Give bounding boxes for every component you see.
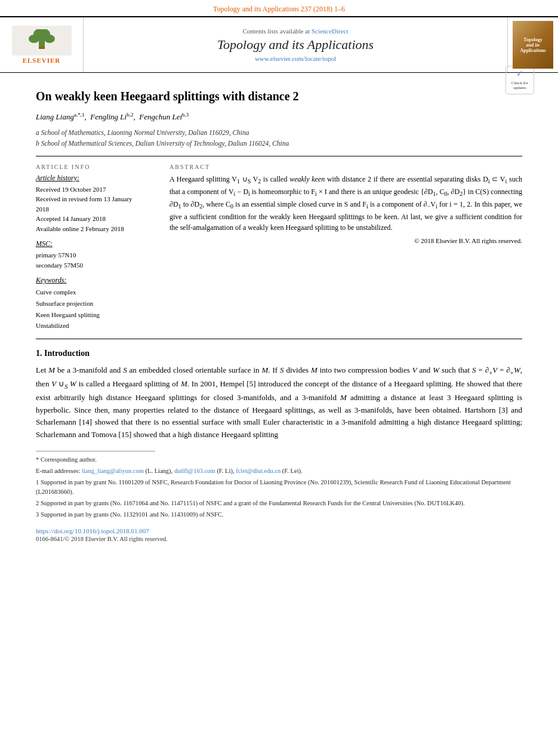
author-2-name: Fengling Li	[90, 112, 127, 121]
email-label: E-mail addresses:	[36, 468, 80, 474]
footnotes-block: * Corresponding author. E-mail addresses…	[36, 455, 522, 520]
article-info-col: ARTICLE INFO Article history: Received 1…	[36, 164, 155, 331]
email-1-link[interactable]: liang_liang@aliyun.com	[82, 468, 144, 474]
affiliation-a: a School of Mathematics, Liaoning Normal…	[36, 128, 522, 138]
email-2-name: (F. Li),	[217, 468, 234, 474]
journal-header: Topology and its Applications 237 (2018)…	[0, 0, 558, 16]
abstract-col: ABSTRACT A Heegaard splitting V1 ∪S V2 i…	[169, 164, 522, 331]
abstract-text: A Heegaard splitting V1 ∪S V2 is called …	[169, 174, 522, 233]
doi-footer: https://doi.org/10.1016/j.topol.2018.01.…	[36, 527, 522, 534]
author-1-sup: a,*,1	[74, 112, 85, 118]
footnote-corresponding: * Corresponding author.	[36, 455, 522, 465]
intro-paragraph-1: Let M be a 3-manifold and S an embedded …	[36, 364, 522, 441]
email-3-name: (F. Lei).	[282, 468, 303, 474]
journal-cover-image: Topology and its Applications	[513, 21, 553, 69]
email-1-name: (L. Liang),	[145, 468, 172, 474]
elsevier-logo: ELSEVIER	[0, 17, 84, 72]
paper-title: On weakly keen Heegaard splittings with …	[36, 90, 522, 103]
footnote-1: 1 Supported in part by grant No. 1160120…	[36, 478, 522, 498]
intro-title: 1. Introduction	[36, 349, 522, 358]
publisher-bar: ELSEVIER Contents lists available at Sci…	[0, 16, 558, 73]
author-2-sup: b,2	[127, 112, 133, 118]
msc-section: MSC: primary 57N10 secondary 57M50	[36, 239, 155, 270]
journal-title-display: Topology and its Applications	[217, 37, 374, 53]
footnote-3: 3 Supported in part by grants (No. 11329…	[36, 510, 522, 520]
history-received: Received 19 October 2017	[36, 185, 155, 195]
msc-primary: primary 57N10	[36, 250, 155, 260]
history-title: Article history:	[36, 174, 155, 183]
abstract-label: ABSTRACT	[169, 164, 522, 170]
svg-point-2	[29, 35, 39, 43]
contents-available-line: Contents lists available at ScienceDirec…	[242, 27, 348, 35]
keyword-3: Keen Heegaard splitting	[36, 309, 155, 321]
elsevier-tree-icon	[21, 29, 63, 52]
article-history-section: Article history: Received 19 October 201…	[36, 174, 155, 234]
sciencedirect-link[interactable]: ScienceDirect	[312, 27, 349, 35]
elsevier-logo-image	[12, 26, 72, 56]
check-updates-label: Check for updates	[511, 81, 528, 91]
history-revised-year: 2018	[36, 204, 155, 214]
keywords-title: Keywords:	[36, 276, 155, 285]
author-1-name: Liang Liang	[36, 112, 74, 121]
msc-title: MSC:	[36, 239, 155, 248]
journal-citation: Topology and its Applications 237 (2018)…	[213, 5, 345, 13]
email-3-link[interactable]: fclet@dlut.edu.cn	[236, 468, 280, 474]
introduction-section: 1. Introduction Let M be a 3-manifold an…	[36, 349, 522, 441]
thumb-title-text: Topology and its Applications	[520, 37, 545, 53]
keyword-2: Subsurface projection	[36, 298, 155, 309]
affiliation-b: b School of Mathematical Sciences, Dalia…	[36, 139, 522, 149]
author-3-name: Fengchun Lei	[139, 112, 182, 121]
elsevier-brand-label: ELSEVIER	[23, 57, 61, 64]
history-online: Available online 2 February 2018	[36, 224, 155, 234]
history-accepted: Accepted 14 January 2018	[36, 214, 155, 224]
section-divider-2	[36, 339, 522, 339]
issn-footer: 0166-8641/© 2018 Elsevier B.V. All right…	[36, 536, 522, 542]
article-info-label: ARTICLE INFO	[36, 164, 155, 170]
article-columns: ARTICLE INFO Article history: Received 1…	[36, 164, 522, 331]
email-2-link[interactable]: dutlfl@163.com	[174, 468, 215, 474]
authors-line: Liang Lianga,*,1, Fengling Lib,2, Fengch…	[36, 112, 522, 122]
footnote-divider	[36, 451, 155, 451]
footnote-2: 2 Supported in part by grants (No. 11671…	[36, 499, 522, 509]
copyright-line: © 2018 Elsevier B.V. All rights reserved…	[169, 237, 522, 244]
history-revised: Received in revised form 13 January	[36, 194, 155, 204]
keyword-1: Curve complex	[36, 287, 155, 298]
author-3-sup: b,3	[182, 112, 189, 118]
journal-thumbnail: Topology and its Applications	[507, 17, 558, 72]
contents-text: Contents lists available at	[242, 27, 310, 35]
svg-point-3	[44, 35, 55, 43]
doi-link[interactable]: https://doi.org/10.1016/j.topol.2018.01.…	[36, 527, 149, 534]
svg-rect-4	[39, 46, 45, 49]
keywords-section: Keywords: Curve complex Subsurface proje…	[36, 276, 155, 331]
journal-url-display: www.elsevier.com/locate/topol	[255, 55, 336, 62]
keyword-4: Unstabilized	[36, 320, 155, 331]
section-divider-1	[36, 156, 522, 156]
main-content: ✓ Check for updates On weakly keen Heega…	[0, 73, 558, 542]
msc-secondary: secondary 57M50	[36, 260, 155, 271]
affiliations-block: a School of Mathematics, Liaoning Normal…	[36, 128, 522, 149]
footnote-email-line: E-mail addresses: liang_liang@aliyun.com…	[36, 466, 522, 477]
journal-center-block: Contents lists available at ScienceDirec…	[84, 17, 507, 72]
